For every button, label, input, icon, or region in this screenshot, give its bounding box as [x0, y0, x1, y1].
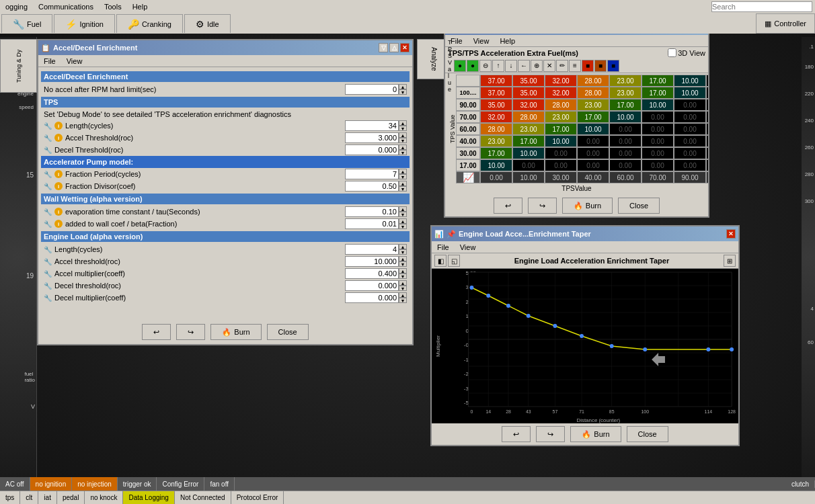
accel-minimize-btn[interactable]: ▽ [379, 43, 388, 52]
tps-r2c3[interactable]: 17.00 [577, 111, 609, 123]
edt-spin-down[interactable]: ▼ [399, 286, 407, 291]
fp-spin-down[interactable]: ▼ [399, 174, 407, 179]
tps-menu-view[interactable]: View [471, 37, 492, 45]
lc-spin-down[interactable]: ▼ [399, 126, 407, 131]
dt-spin-up[interactable]: ▲ [399, 144, 407, 150]
tps-r0c1[interactable]: 35.00 [512, 87, 545, 99]
tps-menu-help[interactable]: Help [497, 37, 518, 45]
tps-r2c0[interactable]: 32.00 [480, 111, 512, 123]
accel-menu-file[interactable]: File [41, 57, 59, 65]
decel-threshold-input[interactable] [345, 144, 399, 155]
tps-r6c6[interactable]: 0.00 [674, 159, 706, 171]
menu-help[interactable]: Help [130, 3, 151, 11]
tab-idle[interactable]: ⚙ Idle [184, 14, 231, 33]
tps-h2[interactable]: 32.00 [545, 75, 577, 87]
tps-r1c2[interactable]: 28.00 [545, 99, 577, 111]
add-spin-up[interactable]: ▲ [399, 218, 407, 224]
tps-tool-minus[interactable]: ⊖ [479, 60, 492, 72]
length-cycles-input[interactable] [345, 120, 399, 131]
engload-tool-2[interactable]: ◱ [448, 255, 460, 267]
tps-r0c6[interactable]: 10.00 [674, 87, 706, 99]
at-spin-up[interactable]: ▲ [399, 132, 407, 138]
tps-r2c5[interactable]: 0.00 [642, 111, 674, 123]
tps-r4c7[interactable]: 0.00 [706, 135, 708, 147]
tps-r0c7[interactable]: 0.00 [706, 87, 708, 99]
ev-spin-down[interactable]: ▼ [399, 212, 407, 217]
tps-r3c1[interactable]: 23.00 [512, 123, 545, 135]
tps-r4c5[interactable]: 0.00 [642, 135, 674, 147]
search-input[interactable] [711, 1, 812, 12]
tps-r6c3[interactable]: 0.00 [577, 159, 609, 171]
tps-undo-btn[interactable]: ↩ [494, 198, 522, 214]
accel-close-btn[interactable]: Close [267, 324, 309, 340]
tps-r2c7[interactable]: 0.00 [706, 111, 708, 123]
lc-spin-up[interactable]: ▲ [399, 120, 407, 126]
controller-button[interactable]: ▦ Controller [756, 13, 815, 34]
eng-length-input[interactable] [345, 244, 399, 255]
tps-r3c3[interactable]: 10.00 [577, 123, 609, 135]
tps-r6c1[interactable]: 0.00 [512, 159, 545, 171]
tps-h7[interactable]: 0.00 [706, 75, 708, 87]
tps-r1c4[interactable]: 17.00 [609, 99, 642, 111]
fd-spin-down[interactable]: ▼ [399, 186, 407, 192]
tps-tool-blue[interactable]: ■ [607, 60, 619, 72]
tps-r4c1[interactable]: 17.00 [512, 135, 545, 147]
tps-r6c5[interactable]: 0.00 [642, 159, 674, 171]
edm-spin-up[interactable]: ▲ [399, 292, 407, 298]
tuning-tab[interactable]: Tuning & Dy [0, 39, 37, 93]
tps-tool-red[interactable]: ■ [582, 60, 594, 72]
eat-spin-up[interactable]: ▲ [399, 256, 407, 261]
accel-menu-view[interactable]: View [64, 57, 85, 65]
tps-r6c0[interactable]: 10.00 [480, 159, 512, 171]
tps-h4[interactable]: 23.00 [609, 75, 642, 87]
tab-fuel[interactable]: 🔧 Fuel [1, 14, 52, 33]
no-accel-input[interactable] [345, 84, 399, 95]
tps-r5c3[interactable]: 0.00 [577, 147, 609, 159]
tps-r0c2[interactable]: 32.00 [545, 87, 577, 99]
tps-h5[interactable]: 17.00 [642, 75, 674, 87]
tps-tool-green2[interactable]: ● [467, 60, 479, 72]
tps-r4c3[interactable]: 0.00 [577, 135, 609, 147]
tps-r3c2[interactable]: 17.00 [545, 123, 577, 135]
tps-r2c1[interactable]: 28.00 [512, 111, 545, 123]
tps-r2c6[interactable]: 0.00 [674, 111, 706, 123]
tab-ignition[interactable]: ⚡ Ignition [54, 14, 114, 33]
tps-r4c2[interactable]: 10.00 [545, 135, 577, 147]
tps-tool-x[interactable]: ✕ [543, 60, 555, 72]
menu-logging[interactable]: ogging [3, 3, 30, 11]
add-spin-down[interactable]: ▼ [399, 224, 407, 229]
accel-redo-btn[interactable]: ↪ [176, 324, 205, 340]
tps-close-btn[interactable]: Close [618, 198, 660, 214]
tps-tool-up[interactable]: ↑ [492, 60, 504, 72]
eam-spin-up[interactable]: ▲ [399, 268, 407, 274]
no-accel-spin-down[interactable]: ▼ [399, 89, 407, 95]
tps-redo-btn[interactable]: ↪ [528, 198, 557, 214]
tps-3d-label[interactable]: 3D View [668, 48, 705, 57]
ev-spin-up[interactable]: ▲ [399, 206, 407, 212]
tps-r0c0[interactable]: 37.00 [480, 87, 512, 99]
tps-r5c5[interactable]: 0.00 [642, 147, 674, 159]
tps-tool-down[interactable]: ↓ [505, 60, 517, 72]
fraction-period-input[interactable] [345, 169, 399, 179]
tps-r1c0[interactable]: 35.00 [480, 99, 512, 111]
tps-h3[interactable]: 28.00 [577, 75, 609, 87]
tps-burn-btn[interactable]: 🔥 Burn [562, 198, 613, 214]
engload-chart-expand[interactable]: ⊞ [724, 255, 736, 267]
no-accel-spin-up[interactable]: ▲ [399, 84, 407, 89]
statusbar-data-logging[interactable]: Data Logging [123, 491, 175, 504]
eat-spin-down[interactable]: ▼ [399, 261, 407, 267]
fp-spin-up[interactable]: ▲ [399, 169, 407, 174]
tps-r4c6[interactable]: 0.00 [674, 135, 706, 147]
tps-r5c0[interactable]: 17.00 [480, 147, 512, 159]
tps-tool-bars[interactable]: ≡ [569, 60, 581, 72]
fraction-divisor-input[interactable] [345, 181, 399, 192]
edt-spin-up[interactable]: ▲ [399, 280, 407, 286]
tps-r5c1[interactable]: 10.00 [512, 147, 545, 159]
tps-r5c2[interactable]: 0.00 [545, 147, 577, 159]
tab-cranking[interactable]: 🔑 Cranking [116, 14, 183, 33]
evap-input[interactable] [345, 206, 399, 217]
tps-tool-left[interactable]: ← [518, 60, 530, 72]
tps-r2c2[interactable]: 23.00 [545, 111, 577, 123]
tps-r3c4[interactable]: 0.00 [609, 123, 642, 135]
accel-undo-btn[interactable]: ↩ [142, 324, 171, 340]
